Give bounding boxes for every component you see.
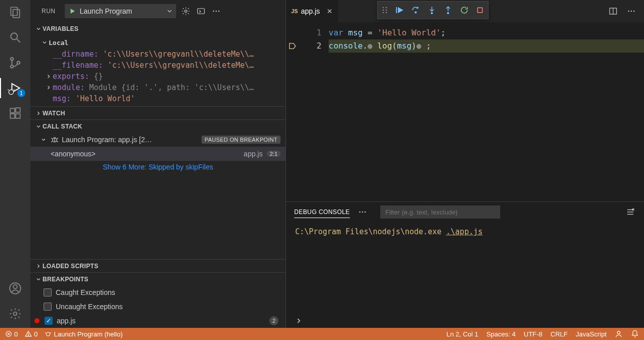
svg-line-29	[57, 141, 58, 142]
code-line-current: console.● log(msg)● ;	[329, 39, 644, 53]
variables-section-header[interactable]: VARIABLES	[30, 22, 286, 35]
launch-config-label: Launch Program	[80, 7, 162, 15]
watch-section-header[interactable]: WATCH	[30, 106, 286, 119]
svg-rect-20	[197, 9, 205, 14]
stop-icon[interactable]	[476, 6, 484, 14]
svg-point-54	[359, 211, 360, 212]
settings-gear-icon[interactable]	[8, 307, 22, 321]
svg-point-17	[14, 312, 17, 316]
svg-rect-12	[10, 114, 15, 118]
checkbox[interactable]	[44, 303, 52, 311]
debug-console-tab[interactable]: DEBUG CONSOLE	[294, 206, 350, 218]
svg-marker-18	[70, 9, 74, 13]
code-editor[interactable]: 1 2 var msg = 'Hello World'; console.● l…	[286, 22, 644, 201]
configure-gear-icon[interactable]	[180, 6, 191, 17]
svg-line-26	[51, 138, 53, 139]
more-icon[interactable]	[211, 6, 222, 17]
svg-rect-40	[396, 7, 397, 13]
accounts-icon[interactable]	[8, 281, 22, 295]
svg-point-68	[47, 332, 50, 336]
line-numbers: 1 2	[298, 22, 329, 201]
editor-area: JS app.js	[286, 0, 644, 328]
svg-point-21	[213, 11, 214, 12]
status-language[interactable]: JavaScript	[576, 330, 607, 338]
explorer-icon[interactable]	[8, 5, 22, 19]
breakpoint-caught-exceptions[interactable]: Caught Exceptions	[30, 285, 286, 300]
debug-console-toggle-icon[interactable]	[195, 6, 207, 17]
svg-point-22	[215, 11, 216, 12]
notifications-icon[interactable]	[631, 330, 639, 338]
variable-row[interactable]: __dirname: 'c:\\Users\\gregvanl\\deleteM…	[30, 49, 286, 60]
extensions-icon[interactable]	[8, 106, 22, 120]
feedback-icon[interactable]	[615, 330, 623, 338]
svg-rect-47	[477, 8, 482, 12]
editor-more-icon[interactable]	[626, 6, 637, 17]
checkbox[interactable]: ✓	[45, 317, 53, 325]
loaded-scripts-section-header[interactable]: LOADED SCRIPTS	[30, 259, 286, 272]
variable-scope-local[interactable]: Local	[30, 36, 286, 49]
pause-status-badge: PAUSED ON BREAKPOINT	[202, 136, 280, 144]
breakpoint-uncaught-exceptions[interactable]: Uncaught Exceptions	[30, 300, 286, 314]
svg-line-69	[46, 332, 47, 333]
status-eol[interactable]: CRLF	[550, 330, 568, 338]
debug-console-filter-input[interactable]	[380, 205, 501, 219]
debug-toolbar	[377, 1, 489, 19]
svg-point-36	[383, 10, 384, 11]
svg-point-5	[11, 65, 13, 68]
svg-line-10	[14, 90, 15, 91]
tab-label: app.js	[301, 7, 319, 15]
step-out-icon[interactable]	[444, 6, 453, 15]
bottom-panel: DEBUG CONSOLE C:\Program Files\nodejs\no…	[286, 201, 644, 328]
show-more-frames[interactable]: Show 6 More: Skipped by skipFiles	[30, 161, 286, 173]
callstack-section-header[interactable]: CALL STACK	[30, 119, 286, 133]
svg-point-51	[631, 11, 632, 12]
status-cursor-position[interactable]: Ln 2, Col 1	[447, 330, 478, 338]
editor-tab[interactable]: JS app.js	[286, 0, 339, 22]
launch-config-select[interactable]: Launch Program	[65, 4, 176, 18]
breakpoint-file[interactable]: ✓ app.js 2	[30, 314, 286, 328]
breakpoint-count: 2	[269, 316, 278, 325]
status-launch-program[interactable]: Launch Program (hello)	[45, 330, 123, 338]
step-into-icon[interactable]	[427, 6, 436, 15]
debug-console-output: C:\Program Files\nodejs\node.exe .\app.j…	[286, 222, 644, 314]
svg-rect-0	[11, 7, 17, 15]
step-over-icon[interactable]	[411, 6, 420, 15]
source-control-icon[interactable]	[8, 56, 22, 70]
svg-point-4	[11, 58, 13, 60]
continue-icon[interactable]	[395, 6, 404, 15]
svg-point-19	[184, 10, 187, 13]
close-tab-icon[interactable]	[326, 8, 333, 15]
status-errors[interactable]: 0	[5, 330, 18, 338]
breakpoint-dot-icon	[34, 318, 39, 323]
drag-handle-icon[interactable]	[382, 6, 388, 14]
svg-line-9	[8, 90, 9, 91]
svg-line-27	[57, 138, 58, 139]
svg-line-70	[50, 332, 51, 333]
debug-badge: 1	[17, 89, 25, 97]
search-icon[interactable]	[8, 30, 22, 45]
svg-point-67	[28, 335, 29, 335]
breakpoints-section-header[interactable]: BREAKPOINTS	[30, 272, 286, 285]
status-warnings[interactable]: 0	[25, 330, 37, 338]
variable-row[interactable]: msg: 'Hello World'	[30, 93, 286, 104]
svg-marker-41	[398, 7, 404, 13]
variable-row[interactable]: module: Module {id: '.', path: 'c:\\User…	[30, 82, 286, 93]
callstack-session-label: Launch Program: app.js [2…	[62, 136, 152, 144]
variable-row[interactable]: __filename: 'c:\\Users\\gregvanl\\delete…	[30, 60, 286, 71]
code-line: var msg = 'Hello World';	[329, 26, 644, 39]
split-editor-icon[interactable]	[608, 6, 619, 17]
debug-console-input-chevron-icon[interactable]	[293, 315, 304, 326]
status-indentation[interactable]: Spaces: 4	[487, 330, 516, 338]
status-encoding[interactable]: UTF-8	[524, 330, 543, 338]
svg-rect-11	[10, 108, 15, 113]
svg-point-35	[386, 7, 387, 9]
panel-more-icon[interactable]	[357, 206, 368, 218]
clear-console-icon[interactable]	[625, 206, 636, 218]
variable-row[interactable]: exports: {}	[30, 71, 286, 82]
run-debug-icon[interactable]: 1	[8, 81, 22, 95]
callstack-session[interactable]: Launch Program: app.js [2… PAUSED ON BRE…	[30, 133, 286, 147]
stack-frame[interactable]: <anonymous> app.js 2:1	[30, 147, 286, 161]
restart-icon[interactable]	[460, 6, 469, 15]
checkbox[interactable]	[44, 288, 52, 296]
svg-marker-53	[290, 44, 296, 49]
